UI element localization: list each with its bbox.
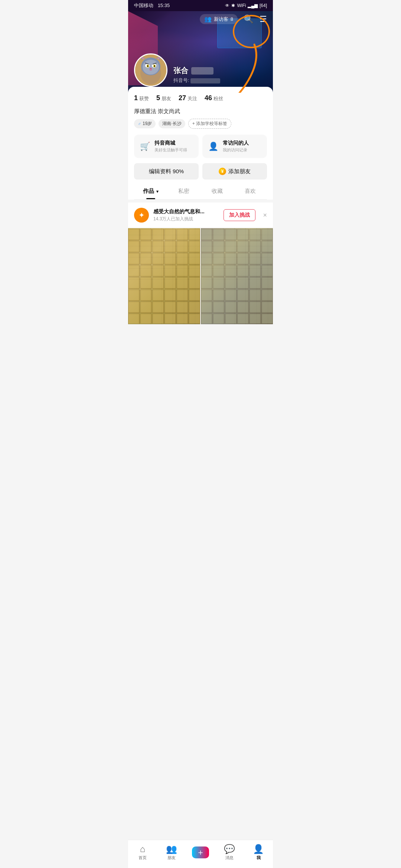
eye-icon: 👁 bbox=[225, 3, 229, 8]
stat-following[interactable]: 27 关注 bbox=[179, 94, 197, 102]
signal-icon: ▂▄▆ bbox=[248, 3, 258, 8]
challenge-info: 感受大自然的气息和... 14.3万人已加入挑战 bbox=[153, 208, 219, 222]
tabs-row: 作品 ▾ 私密 收藏 喜欢 bbox=[134, 183, 267, 200]
stat-followers[interactable]: 46 粉丝 bbox=[205, 94, 223, 102]
profile-info: 张合 抖音号: bbox=[173, 66, 220, 87]
coin-icon: ¥ bbox=[219, 168, 226, 175]
gender-icon: ♂ bbox=[138, 121, 141, 126]
stat-likes[interactable]: 1 获赞 bbox=[134, 94, 149, 102]
svg-point-17 bbox=[150, 68, 152, 69]
tab-favorites[interactable]: 收藏 bbox=[200, 183, 234, 199]
tab-liked[interactable]: 喜欢 bbox=[234, 183, 267, 199]
add-friend-button[interactable]: ¥ 添加朋友 bbox=[202, 163, 267, 180]
avatar-image bbox=[135, 55, 166, 86]
svg-rect-27 bbox=[201, 229, 273, 323]
tags-row: ♂ 19岁 湖南·长沙 + 添加学校等标签 bbox=[134, 119, 267, 129]
bluetooth-icon: ✱ bbox=[231, 3, 235, 8]
profile-id: 抖音号: bbox=[173, 77, 220, 84]
video-thumb-1[interactable] bbox=[128, 228, 200, 324]
tag-gender-age[interactable]: ♂ 19岁 bbox=[134, 119, 156, 128]
quick-links-grid: 🛒 抖音商城 美好生活触手可得 👤 常访问的人 我的访问记录 bbox=[134, 135, 267, 158]
avatar[interactable] bbox=[134, 53, 167, 87]
stat-friends[interactable]: 5 朋友 bbox=[156, 94, 171, 102]
shop-info: 抖音商城 美好生活触手可得 bbox=[154, 140, 187, 153]
battery-icon: [64] bbox=[260, 3, 267, 8]
status-icons: 👁 ✱ WiFi ▂▄▆ [64] bbox=[225, 3, 267, 8]
video-grid bbox=[128, 228, 273, 324]
tag-add-label[interactable]: + 添加学校等标签 bbox=[188, 119, 231, 129]
status-bar: 中国移动 15:35 👁 ✱ WiFi ▂▄▆ [64] bbox=[128, 0, 273, 11]
profile-name: 张合 bbox=[173, 66, 220, 76]
visitor-icon: 👤 bbox=[208, 142, 218, 151]
content-area: 1 获赞 5 朋友 27 关注 46 粉丝 厚德重法 崇文尚武 ♂ 19岁 湖南… bbox=[128, 87, 273, 200]
visitors-icon: 👥 bbox=[204, 16, 212, 23]
tag-location[interactable]: 湖南·长沙 bbox=[159, 119, 185, 128]
edit-profile-button[interactable]: 编辑资料 90% bbox=[134, 163, 199, 180]
quick-link-visitors[interactable]: 👤 常访问的人 我的访问记录 bbox=[202, 135, 267, 158]
svg-point-13 bbox=[147, 65, 149, 67]
challenge-icon: ✦ bbox=[134, 208, 149, 223]
stats-row: 1 获赞 5 朋友 27 关注 46 粉丝 bbox=[134, 94, 267, 102]
hero-section: 👥 新访客 8 🔍 ☰ bbox=[128, 11, 273, 93]
visitors-badge[interactable]: 👥 新访客 8 bbox=[200, 14, 238, 24]
name-blur bbox=[191, 67, 213, 75]
profile-section: 张合 抖音号: bbox=[134, 53, 220, 87]
carrier-time: 中国移动 15:35 bbox=[134, 2, 170, 9]
svg-point-14 bbox=[154, 65, 155, 67]
shop-icon: 🛒 bbox=[140, 142, 150, 151]
quick-link-shop[interactable]: 🛒 抖音商城 美好生活触手可得 bbox=[134, 135, 199, 158]
hero-header: 👥 新访客 8 🔍 ☰ bbox=[128, 11, 273, 27]
join-challenge-button[interactable]: 加入挑战 bbox=[224, 209, 255, 221]
tab-private[interactable]: 私密 bbox=[167, 183, 201, 199]
wifi-icon: WiFi bbox=[237, 3, 246, 8]
svg-rect-24 bbox=[128, 229, 200, 323]
search-icon[interactable]: 🔍 bbox=[244, 14, 254, 24]
bio-text: 厚德重法 崇文尚武 bbox=[134, 108, 267, 115]
close-challenge-icon[interactable]: × bbox=[263, 211, 267, 219]
tab-works[interactable]: 作品 ▾ bbox=[134, 183, 167, 199]
tab-arrow-icon: ▾ bbox=[156, 189, 159, 194]
id-blur bbox=[190, 78, 220, 83]
visitor-info: 常访问的人 我的访问记录 bbox=[223, 140, 249, 153]
video-thumb-2[interactable] bbox=[201, 228, 273, 324]
svg-point-8 bbox=[143, 60, 159, 75]
menu-icon[interactable]: ☰ bbox=[260, 14, 267, 24]
action-buttons: 编辑资料 90% ¥ 添加朋友 bbox=[134, 163, 267, 180]
challenge-banner: ✦ 感受大自然的气息和... 14.3万人已加入挑战 加入挑战 × bbox=[128, 203, 273, 228]
